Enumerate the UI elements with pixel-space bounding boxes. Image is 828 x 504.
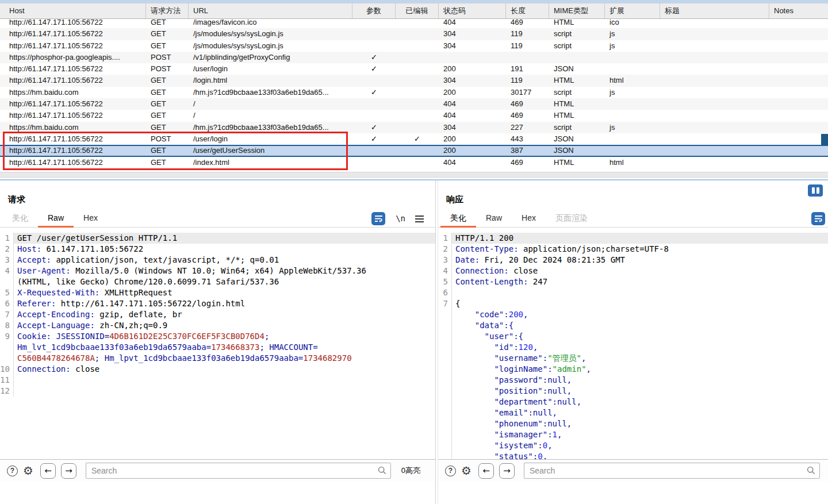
cell-ext: js <box>605 87 660 98</box>
tab-raw[interactable]: Raw <box>38 209 74 228</box>
newline-toggle-icon[interactable]: \n <box>396 214 405 223</box>
table-row[interactable]: http://61.147.171.105:56722GET/index.htm… <box>0 157 828 168</box>
burp-suite-window: http://61.147.171.105:56722GET/images/fa… <box>0 0 828 504</box>
column-header[interactable]: Notes <box>769 3 828 18</box>
code-text: Content-Type: application/json;charset=U… <box>452 244 828 255</box>
checkmark-icon: ✓ <box>414 134 420 143</box>
code-text: X-Requested-With: XMLHttpRequest <box>14 287 435 298</box>
code-line: "username":"管理员", <box>438 353 828 364</box>
line-number: 1 <box>0 233 14 244</box>
code-text: "email":null, <box>452 407 828 418</box>
tab-hex[interactable]: Hex <box>74 209 108 228</box>
cell-method: GET <box>146 122 189 133</box>
table-row[interactable]: https://hm.baidu.comGET/hm.js?1cd9bcbaae… <box>0 87 828 98</box>
cell-method: POST <box>146 133 189 145</box>
help-icon[interactable]: ? <box>445 465 456 476</box>
column-header[interactable]: Host <box>0 3 146 18</box>
cell-notes <box>769 98 828 110</box>
code-text: Connection: close <box>14 364 435 375</box>
table-row[interactable]: http://61.147.171.105:56722GET/login.htm… <box>0 75 828 86</box>
tab-pretty[interactable]: 美化 <box>440 209 476 228</box>
cell-length: 469 <box>506 98 549 110</box>
code-text: User-Agent: Mozilla/5.0 (Windows NT 10.0… <box>14 266 435 276</box>
cell-status: 304 <box>439 40 506 52</box>
cell-host: http://61.147.171.105:56722 <box>0 28 146 40</box>
cell-method: GET <box>146 110 189 121</box>
cell-url: /user/login <box>189 133 352 145</box>
request-editor[interactable]: 1GET /user/getUserSession HTTP/1.12Host:… <box>0 230 435 459</box>
line-number <box>438 440 452 451</box>
column-header[interactable]: 标题 <box>660 3 769 18</box>
tab-raw[interactable]: Raw <box>476 209 512 228</box>
forward-arrow-button[interactable]: → <box>499 463 515 479</box>
back-arrow-button[interactable]: ← <box>40 463 56 479</box>
cell-edited <box>396 52 439 63</box>
column-header[interactable]: 长度 <box>506 3 549 18</box>
line-number: 11 <box>0 375 14 386</box>
cell-ext <box>605 146 660 155</box>
tab-hex[interactable]: Hex <box>512 209 546 228</box>
forward-arrow-button[interactable]: → <box>61 463 76 479</box>
table-row[interactable]: https://phosphor-pa.googleapis....POST/v… <box>0 52 828 63</box>
table-row[interactable]: http://61.147.171.105:56722POST/user/log… <box>0 133 828 145</box>
code-text: "username":"管理员", <box>452 353 828 364</box>
tab-pretty[interactable]: 美化 <box>2 209 38 228</box>
line-number <box>438 320 452 331</box>
table-row[interactable]: http://61.147.171.105:56722GET/js/module… <box>0 28 828 40</box>
table-row-selected[interactable]: http://61.147.171.105:56722GET/user/getU… <box>0 145 828 156</box>
request-search-input[interactable] <box>86 463 391 479</box>
column-header[interactable]: 扩展 <box>605 3 660 18</box>
word-wrap-icon[interactable] <box>371 212 385 225</box>
response-editor[interactable]: 1HTTP/1.1 2002Content-Type: application/… <box>438 230 828 459</box>
horizontal-scrollbar-track[interactable] <box>0 172 828 178</box>
column-header[interactable]: MIME类型 <box>549 3 605 18</box>
cell-status: 200 <box>439 133 506 145</box>
back-arrow-button[interactable]: ← <box>478 463 494 479</box>
request-search-bar: ? ⚙ ← → 0高亮 <box>0 459 435 482</box>
column-header[interactable]: 参数 <box>352 3 396 18</box>
cell-mime: script <box>549 28 605 40</box>
cell-status: 404 <box>439 157 506 168</box>
cell-status: 200 <box>439 87 506 98</box>
cell-host: https://hm.baidu.com <box>0 87 146 98</box>
help-icon[interactable]: ? <box>7 465 18 476</box>
cell-method: GET <box>146 28 189 40</box>
cell-url: /user/login <box>189 63 352 75</box>
table-row[interactable]: http://61.147.171.105:56722GET/js/module… <box>0 40 828 52</box>
code-text: "password":null, <box>452 375 828 386</box>
column-header[interactable]: 状态码 <box>439 3 506 18</box>
code-line: 5X-Requested-With: XMLHttpRequest <box>0 287 435 298</box>
settings-gear-icon[interactable]: ⚙ <box>23 465 33 476</box>
table-scrollbar-thumb[interactable] <box>821 134 828 145</box>
code-line: 1GET /user/getUserSession HTTP/1.1 <box>0 233 435 244</box>
line-number <box>438 375 452 386</box>
table-row[interactable]: http://61.147.171.105:56722GET/404469HTM… <box>0 98 828 110</box>
code-line: Hm_lvt_1cd9bcbaae133f03a6eb19da6579aaba=… <box>0 342 435 353</box>
column-header[interactable]: URL <box>189 3 352 18</box>
response-panel: 响应 美化RawHex页面渲染 1HTTP/1.1 2002Content-Ty… <box>438 180 828 482</box>
table-row[interactable]: http://61.147.171.105:56722GET/404469HTM… <box>0 110 828 121</box>
code-line: 4Connection: close <box>438 266 828 276</box>
word-wrap-icon[interactable] <box>811 212 825 225</box>
line-number: 2 <box>0 244 14 255</box>
layout-toggle-icon[interactable] <box>808 184 823 197</box>
cell-params: ✓ <box>352 133 396 145</box>
cell-method: GET <box>146 75 189 86</box>
cell-notes <box>769 157 828 168</box>
tab-render[interactable]: 页面渲染 <box>546 209 597 228</box>
panel-divider[interactable] <box>435 180 436 504</box>
cell-title <box>660 87 769 98</box>
cell-status: 404 <box>439 110 506 121</box>
table-row[interactable]: http://61.147.171.105:56722POST/user/log… <box>0 63 828 75</box>
cell-title <box>660 75 769 86</box>
cell-host: http://61.147.171.105:56722 <box>0 133 146 145</box>
column-header[interactable]: 请求方法 <box>146 3 189 18</box>
cell-params: ✓ <box>352 52 396 63</box>
response-search-input[interactable] <box>524 463 820 479</box>
cell-ext <box>605 110 660 121</box>
code-line: "id":120, <box>438 342 828 353</box>
table-row[interactable]: https://hm.baidu.comGET/hm.js?1cd9bcbaae… <box>0 122 828 133</box>
column-header[interactable]: 已编辑 <box>396 3 439 18</box>
settings-gear-icon[interactable]: ⚙ <box>461 465 471 476</box>
menu-icon[interactable] <box>415 216 424 224</box>
